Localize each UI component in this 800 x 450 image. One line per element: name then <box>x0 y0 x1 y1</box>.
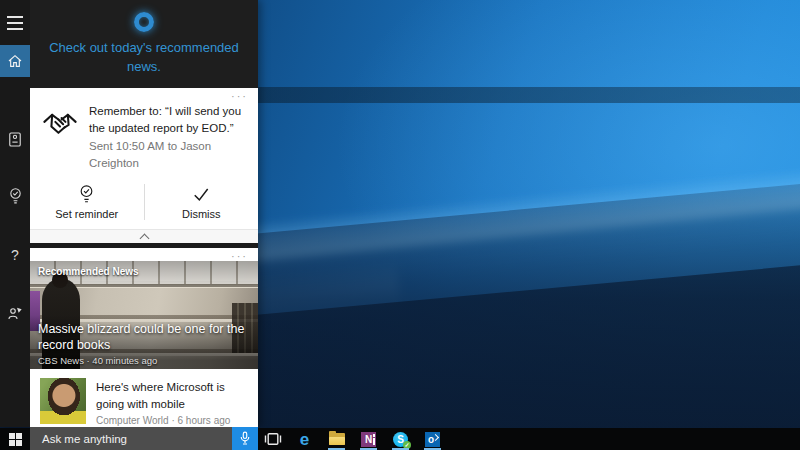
taskbar-apps: e N S ✓ o <box>262 428 443 450</box>
news-headline-wrap: Massive blizzard could be one for the re… <box>38 321 250 367</box>
dismiss-label: Dismiss <box>182 208 221 220</box>
reminder-card-more-button[interactable]: ··· <box>30 88 258 102</box>
cortana-sidebar: ? <box>0 0 30 427</box>
sidebar-item-help[interactable]: ? <box>0 245 30 265</box>
search-placeholder: Ask me anything <box>30 433 232 445</box>
reminder-collapse-button[interactable] <box>30 229 258 243</box>
news-card: ··· Recommended News Massive blizzard co… <box>30 248 258 427</box>
reminder-actions: Set reminder Dismiss <box>30 184 258 229</box>
taskbar-onenote-button[interactable]: N <box>358 428 379 450</box>
hamburger-icon <box>7 16 23 18</box>
sidebar-item-notebook[interactable] <box>0 129 30 149</box>
notebook-icon <box>7 131 23 148</box>
news-card-more-button[interactable]: ··· <box>30 248 258 261</box>
reminder-meta: Sent 10:50 AM to Jason Creighton <box>89 138 249 173</box>
cortana-greeting: Check out today's recommended news. <box>30 39 258 77</box>
taskbar-file-explorer-button[interactable] <box>326 428 347 450</box>
news-secondary-source: Computer World · 6 hours ago <box>96 415 246 426</box>
question-icon: ? <box>11 247 19 263</box>
skype-icon: S ✓ <box>393 432 408 447</box>
sidebar-item-feedback[interactable] <box>0 303 30 323</box>
news-secondary-text: Here's where Microsoft is going with mob… <box>96 378 246 426</box>
reminder-text: Remember to: “I will send you the update… <box>89 103 249 172</box>
news-secondary-item[interactable]: Here's where Microsoft is going with mob… <box>30 369 258 427</box>
edge-icon: e <box>300 431 309 448</box>
news-badge: Recommended News <box>38 266 139 277</box>
outlook-icon: o <box>425 432 440 447</box>
news-source: CBS News · 40 minutes ago <box>38 355 250 366</box>
taskbar-skype-button[interactable]: S ✓ <box>390 428 411 450</box>
search-box[interactable]: Ask me anything <box>30 427 258 450</box>
reminder-card-body: Remember to: “I will send you the update… <box>30 102 258 172</box>
taskbar-task-view-button[interactable] <box>262 428 283 450</box>
folder-icon <box>329 433 345 445</box>
news-headline: Massive blizzard could be one for the re… <box>38 321 250 354</box>
news-headline-item[interactable]: Recommended News Massive blizzard could … <box>30 261 258 369</box>
onenote-icon: N <box>361 432 376 447</box>
sidebar-item-home[interactable] <box>0 45 30 77</box>
taskbar-edge-button[interactable]: e <box>294 428 315 450</box>
news-thumbnail <box>40 378 86 424</box>
taskbar-outlook-button[interactable]: o <box>422 428 443 450</box>
cortana-header: Check out today's recommended news. <box>30 0 258 88</box>
menu-button[interactable] <box>0 15 30 31</box>
cortana-main: Check out today's recommended news. ··· … <box>30 0 258 427</box>
set-reminder-button[interactable]: Set reminder <box>30 184 145 220</box>
task-view-icon <box>264 431 282 447</box>
microphone-button[interactable] <box>232 427 258 450</box>
cortana-panel: ? Check out today's recommended news. ··… <box>0 0 258 427</box>
chevron-up-icon <box>139 233 149 243</box>
reminder-card: ··· Remember to: “I will send you the up… <box>30 88 258 243</box>
handshake-icon <box>42 108 78 142</box>
person-feedback-icon <box>7 305 23 321</box>
start-button[interactable] <box>0 428 30 450</box>
microphone-icon <box>238 431 252 446</box>
sidebar-item-reminders[interactable] <box>0 186 30 206</box>
cortana-ring-icon <box>134 12 154 32</box>
lightbulb-check-icon <box>78 184 95 204</box>
news-secondary-title: Here's where Microsoft is going with mob… <box>96 379 246 412</box>
skype-status-badge: ✓ <box>403 441 411 449</box>
home-icon <box>7 53 23 69</box>
set-reminder-label: Set reminder <box>55 208 118 220</box>
reminder-title: Remember to: “I will send you the update… <box>89 103 249 138</box>
dismiss-button[interactable]: Dismiss <box>145 184 259 220</box>
lightbulb-check-icon <box>8 187 23 205</box>
check-icon <box>191 184 211 204</box>
windows-start-icon <box>9 433 22 446</box>
